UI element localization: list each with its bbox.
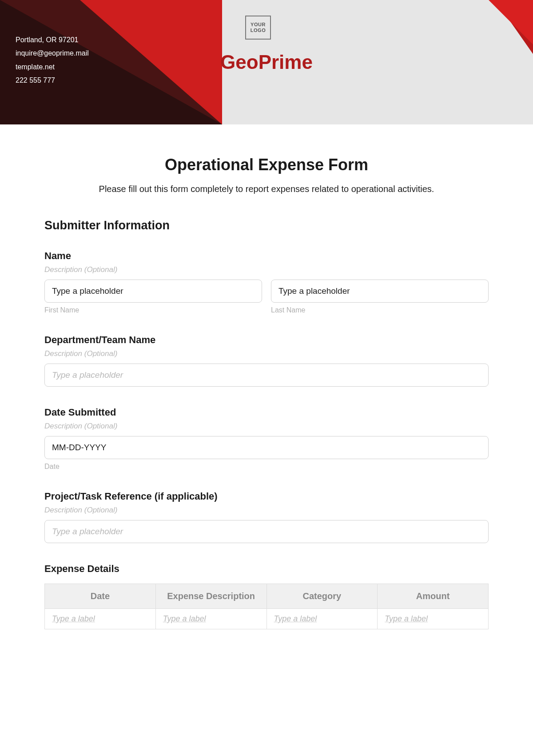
field-description-department: Description (Optional) (44, 349, 489, 358)
first-name-sublabel: First Name (44, 306, 262, 314)
first-name-input[interactable] (44, 280, 262, 303)
table-header-category: Category (266, 584, 378, 609)
expense-details-heading: Expense Details (44, 563, 489, 575)
field-label-name: Name (44, 250, 489, 262)
decorative-triangle (480, 0, 533, 53)
field-label-project: Project/Task Reference (if applicable) (44, 491, 489, 502)
field-description-project: Description (Optional) (44, 506, 489, 515)
contact-phone: 222 555 777 (16, 74, 89, 87)
table-header-amount: Amount (378, 584, 489, 609)
form-instruction: Please fill out this form completely to … (44, 184, 489, 194)
table-header-description: Expense Description (155, 584, 266, 609)
table-header-date: Date (45, 584, 156, 609)
form-body: Operational Expense Form Please fill out… (0, 124, 533, 647)
section-heading-submitter: Submitter Information (44, 219, 489, 232)
contact-email: inquire@geoprime.mail (16, 47, 89, 60)
field-group-date-submitted: Date Submitted Description (Optional) Da… (44, 407, 489, 471)
page-header: Portland, OR 97201 inquire@geoprime.mail… (0, 0, 533, 124)
field-label-date: Date Submitted (44, 407, 489, 418)
field-description-date: Description (Optional) (44, 422, 489, 431)
table-cell[interactable]: Type a label (266, 609, 378, 629)
expense-table: Date Expense Description Category Amount… (44, 584, 489, 629)
contact-website: template.net (16, 60, 89, 74)
logo-placeholder: YOUR LOGO (245, 16, 271, 40)
decorative-triangle (80, 0, 222, 124)
last-name-input[interactable] (271, 280, 489, 303)
field-group-project: Project/Task Reference (if applicable) D… (44, 491, 489, 543)
table-cell[interactable]: Type a label (378, 609, 489, 629)
date-submitted-input[interactable] (44, 436, 489, 459)
form-title: Operational Expense Form (44, 156, 489, 174)
last-name-sublabel: Last Name (271, 306, 489, 314)
contact-info: Portland, OR 97201 inquire@geoprime.mail… (16, 33, 89, 88)
company-name: GeoPrime (220, 51, 313, 73)
date-sublabel: Date (44, 463, 489, 471)
field-description-name: Description (Optional) (44, 265, 489, 274)
field-label-department: Department/Team Name (44, 334, 489, 346)
field-group-name: Name Description (Optional) First Name L… (44, 250, 489, 314)
field-group-department: Department/Team Name Description (Option… (44, 334, 489, 387)
table-cell[interactable]: Type a label (155, 609, 266, 629)
table-cell[interactable]: Type a label (45, 609, 156, 629)
table-row: Type a label Type a label Type a label T… (45, 609, 489, 629)
department-input[interactable] (44, 364, 489, 387)
project-input[interactable] (44, 520, 489, 543)
contact-address: Portland, OR 97201 (16, 33, 89, 47)
